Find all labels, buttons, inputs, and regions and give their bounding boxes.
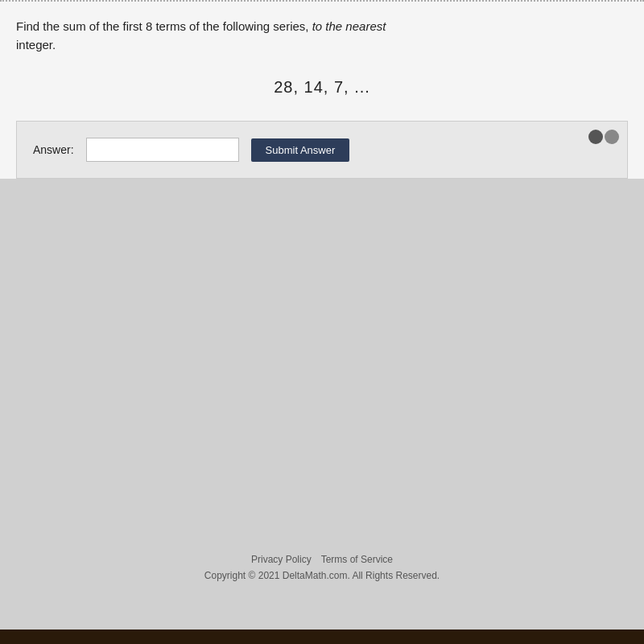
gray-area: Privacy Policy Terms of Service Copyrigh…	[0, 179, 644, 630]
corner-icon-right	[605, 130, 619, 144]
corner-icons	[588, 130, 619, 144]
question-text-part2: integer.	[16, 38, 56, 52]
privacy-policy-link[interactable]: Privacy Policy	[251, 554, 312, 565]
question-text: Find the sum of the first 8 terms of the…	[16, 18, 628, 54]
bottom-bar	[0, 630, 644, 644]
series-value: 28, 14, 7, ...	[274, 78, 370, 96]
answer-label: Answer:	[33, 143, 74, 156]
footer-copyright: Copyright © 2021 DeltaMath.com. All Righ…	[204, 570, 440, 581]
corner-icon-left	[588, 130, 603, 144]
footer-links: Privacy Policy Terms of Service	[251, 554, 393, 565]
series-display: 28, 14, 7, ...	[16, 78, 628, 97]
answer-section: Answer: Submit Answer	[16, 121, 628, 179]
main-content: Find the sum of the first 8 terms of the…	[0, 0, 644, 179]
submit-button[interactable]: Submit Answer	[251, 138, 350, 162]
question-text-part1: Find the sum of the first 8 terms of the…	[16, 19, 312, 33]
answer-input[interactable]	[86, 138, 239, 162]
question-text-italic: to the nearest	[312, 19, 386, 33]
terms-of-service-link[interactable]: Terms of Service	[321, 554, 393, 565]
